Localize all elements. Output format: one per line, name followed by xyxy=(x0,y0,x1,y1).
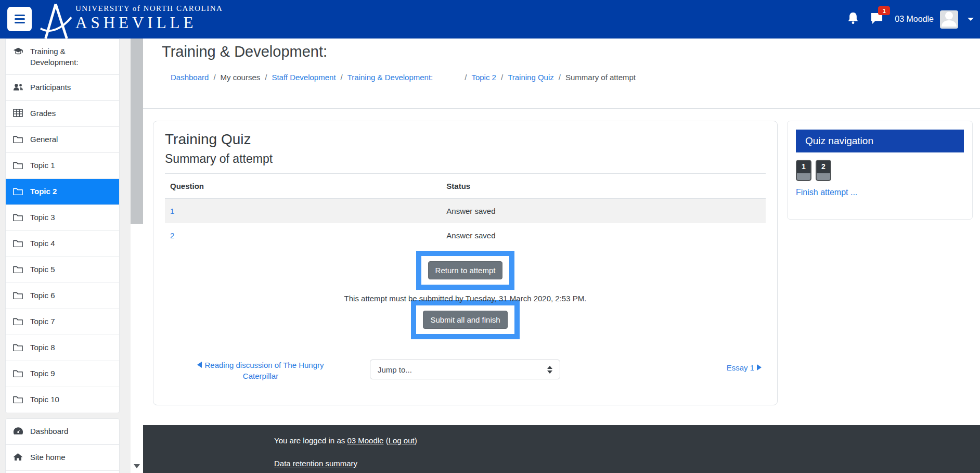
sidebar-item-label: Topic 5 xyxy=(30,264,55,275)
folder-icon xyxy=(13,290,23,302)
breadcrumb-training-development[interactable]: Training & Development: xyxy=(347,73,433,82)
quiz-subtitle: Summary of attempt xyxy=(165,151,766,166)
sidebar-item-topic-1[interactable]: Topic 1 xyxy=(6,152,119,178)
sidebar-item-label: General xyxy=(30,134,58,145)
folder-icon xyxy=(13,238,23,250)
breadcrumb: Dashboard / My courses / Staff Developme… xyxy=(171,73,636,82)
folder-icon xyxy=(13,368,23,380)
sidebar-item-site-home[interactable]: Site home xyxy=(6,444,119,470)
question-2-status: Answer saved xyxy=(441,223,766,248)
jump-to-select[interactable]: Jump to... xyxy=(370,360,560,379)
sidebar-item-dashboard[interactable]: Dashboard xyxy=(6,419,119,444)
answer-saved-state xyxy=(817,173,830,180)
breadcrumb-staff-development[interactable]: Staff Development xyxy=(272,73,336,82)
sidebar-item-label: Participants xyxy=(30,82,71,93)
data-retention-summary-link[interactable]: Data retention summary xyxy=(274,459,357,468)
breadcrumb-my-courses: My courses xyxy=(221,73,261,82)
column-header-question: Question xyxy=(165,174,441,199)
page-title: Training & Development: xyxy=(162,43,327,60)
user-avatar[interactable] xyxy=(940,10,958,29)
drawer-scrollbar[interactable] xyxy=(131,39,143,473)
sidebar-item-topic-8[interactable]: Topic 8 xyxy=(6,335,119,361)
users-icon xyxy=(13,82,23,94)
messages-button[interactable]: 1 xyxy=(867,9,886,30)
top-navbar: UNIVERSITY of NORTH CAROLINA ASHEVILLE xyxy=(0,0,980,39)
folder-icon xyxy=(13,342,23,354)
folder-icon xyxy=(13,134,23,146)
focus-highlight-box: Submit all and finish xyxy=(411,300,519,339)
user-menu-caret-icon[interactable] xyxy=(968,18,974,21)
question-2-link[interactable]: 2 xyxy=(170,231,174,240)
page-header: Training & Development: Dashboard / My c… xyxy=(143,39,980,109)
footer-profile-link[interactable]: 03 Moodle xyxy=(347,436,383,445)
sidebar-item-topic-5[interactable]: Topic 5 xyxy=(6,257,119,283)
avatar-icon xyxy=(940,10,958,29)
jump-to-value: Jump to... xyxy=(378,365,412,374)
attempt-summary-table: Question Status 1 Answer saved 2 Answer … xyxy=(165,174,766,248)
return-to-attempt-button[interactable]: Return to attempt xyxy=(428,261,503,279)
sidebar-item-general[interactable]: General xyxy=(6,126,119,152)
hamburger-menu-button[interactable] xyxy=(7,7,32,31)
quiz-navigation-title: Quiz navigation xyxy=(796,130,964,152)
course-nav-card: Training & Development: Participants Gra… xyxy=(5,39,120,413)
quiz-nav-question-1-button[interactable]: 1 xyxy=(796,160,811,181)
finish-attempt-link[interactable]: Finish attempt ... xyxy=(796,188,857,197)
sidebar-item-topic-2[interactable]: Topic 2 xyxy=(6,178,119,204)
scroll-down-arrow-icon[interactable] xyxy=(134,464,140,468)
notifications-button[interactable] xyxy=(844,9,862,30)
question-1-link[interactable]: 1 xyxy=(170,207,174,215)
sidebar-item-calendar[interactable]: Calendar xyxy=(6,470,119,473)
previous-activity-link[interactable]: Reading discussion of The Hungry Caterpi… xyxy=(190,360,331,381)
logout-link[interactable]: Log out xyxy=(389,436,415,445)
column-header-status: Status xyxy=(441,174,766,199)
quiz-nav-question-2-button[interactable]: 2 xyxy=(816,160,831,181)
sidebar-item-topic-3[interactable]: Topic 3 xyxy=(6,204,119,231)
sidebar-item-label: Topic 3 xyxy=(30,212,55,223)
grades-grid-icon xyxy=(13,108,23,120)
nav-drawer: Training & Development: Participants Gra… xyxy=(0,39,131,473)
brand-line2: ASHEVILLE xyxy=(75,14,223,32)
sidebar-item-topic-6[interactable]: Topic 6 xyxy=(6,283,119,309)
breadcrumb-training-quiz[interactable]: Training Quiz xyxy=(508,73,554,82)
bell-icon xyxy=(847,12,859,27)
sidebar-item-label: Topic 7 xyxy=(30,316,55,327)
main-content: Training & Development: Dashboard / My c… xyxy=(143,39,980,473)
folder-icon xyxy=(13,316,23,328)
message-count-badge: 1 xyxy=(878,6,890,15)
sidebar-item-topic-10[interactable]: Topic 10 xyxy=(6,387,119,413)
question-1-status: Answer saved xyxy=(441,199,766,224)
submit-all-and-finish-button[interactable]: Submit all and finish xyxy=(423,311,507,329)
breadcrumb-summary-of-attempt: Summary of attempt xyxy=(565,73,636,82)
activity-navigation: Reading discussion of The Hungry Caterpi… xyxy=(153,358,777,391)
folder-icon xyxy=(13,212,23,224)
next-arrow-icon xyxy=(757,364,762,370)
sidebar-item-topic-7[interactable]: Topic 7 xyxy=(6,309,119,335)
sidebar-item-grades[interactable]: Grades xyxy=(6,100,119,126)
sidebar-item-label: Topic 10 xyxy=(30,394,59,405)
graduation-cap-icon xyxy=(13,46,23,58)
sidebar-item-label: Topic 6 xyxy=(30,290,55,301)
quiz-title: Training Quiz xyxy=(165,131,766,148)
unca-logo-icon xyxy=(40,2,72,39)
sidebar-item-label: Topic 1 xyxy=(30,160,55,171)
sidebar-item-label: Topic 8 xyxy=(30,342,55,353)
breadcrumb-dashboard[interactable]: Dashboard xyxy=(171,73,209,82)
sidebar-item-participants[interactable]: Participants xyxy=(6,74,119,100)
folder-icon xyxy=(13,160,23,172)
breadcrumb-topic-2[interactable]: Topic 2 xyxy=(471,73,496,82)
select-arrows-icon xyxy=(547,366,552,374)
sidebar-item-topic-9[interactable]: Topic 9 xyxy=(6,361,119,387)
deadline-text: This attempt must be submitted by Tuesda… xyxy=(165,294,766,303)
sidebar-item-training-development[interactable]: Training & Development: xyxy=(6,39,119,74)
next-activity-link[interactable]: Essay 1 xyxy=(727,363,762,372)
scrollbar-thumb[interactable] xyxy=(131,39,143,224)
hamburger-icon xyxy=(15,15,25,16)
prev-arrow-icon xyxy=(197,362,202,368)
site-footer: You are logged in as 03 Moodle (Log out)… xyxy=(143,425,980,473)
brand-logo[interactable]: UNIVERSITY of NORTH CAROLINA ASHEVILLE xyxy=(40,0,223,39)
table-row: 2 Answer saved xyxy=(165,223,766,248)
sidebar-item-topic-4[interactable]: Topic 4 xyxy=(6,231,119,257)
sidebar-item-label: Site home xyxy=(30,452,66,463)
sidebar-item-label: Topic 2 xyxy=(30,186,57,197)
folder-icon xyxy=(13,394,23,406)
